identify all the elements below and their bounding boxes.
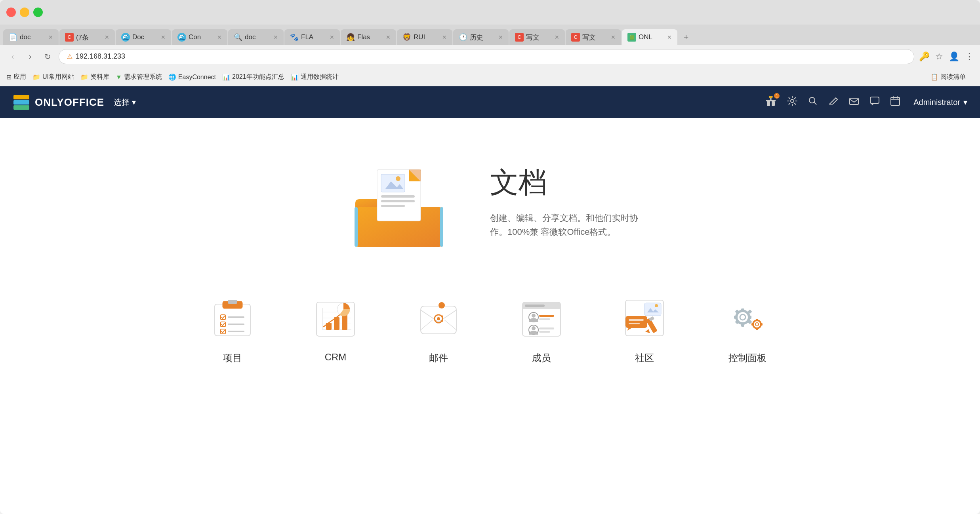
tab-close-icon[interactable]: ✕: [386, 34, 391, 40]
tab-close-icon[interactable]: ✕: [273, 34, 278, 40]
svg-rect-78: [751, 323, 753, 326]
settings-icon[interactable]: [787, 95, 798, 109]
control-icon: [722, 292, 773, 344]
tab-label: 写文: [526, 33, 552, 42]
bookmark-apps[interactable]: ⊞ 应用: [6, 73, 26, 81]
tab-label: Con: [189, 33, 215, 41]
tab-close-icon[interactable]: ✕: [48, 34, 53, 40]
tab-favicon: 🐾: [290, 33, 299, 42]
tab-close-icon[interactable]: ✕: [555, 34, 559, 40]
tab-close-icon[interactable]: ✕: [611, 34, 616, 40]
svg-rect-24: [228, 300, 237, 304]
tab-con[interactable]: 🌊 Con ✕: [172, 29, 227, 45]
menu-icon[interactable]: ⋮: [965, 51, 974, 62]
tab-close-icon[interactable]: ✕: [105, 34, 109, 40]
chat-icon[interactable]: [869, 95, 880, 109]
select-label: 选择: [114, 97, 130, 108]
svg-rect-5: [772, 101, 775, 106]
tab-fla[interactable]: 🐾 FLA ✕: [284, 29, 340, 45]
svg-rect-49: [539, 315, 554, 317]
globe-icon: 🌐: [168, 73, 176, 81]
tab-close-icon[interactable]: ✕: [330, 34, 334, 40]
svg-point-18: [396, 176, 400, 181]
feature-item-members[interactable]: 成员: [502, 292, 581, 364]
gift-icon[interactable]: 1: [765, 95, 777, 110]
bookmark-resources[interactable]: 📁 资料库: [80, 73, 109, 81]
bookmark-reading-list[interactable]: 📋 阅读清单: [930, 73, 974, 81]
svg-point-42: [437, 317, 440, 320]
tab-close-icon[interactable]: ✕: [442, 34, 447, 40]
tab-favicon: 👧: [346, 33, 355, 42]
tab-close-icon[interactable]: ✕: [161, 34, 166, 40]
bookmark-data-stats[interactable]: 📊 通用数据统计: [291, 73, 339, 81]
profile-icon[interactable]: 👤: [949, 51, 959, 62]
tab-close-icon[interactable]: ✕: [217, 34, 222, 40]
spreadsheet-icon: 📊: [291, 73, 299, 81]
tab-label: Doc: [132, 33, 158, 41]
browser-frame: 📄 doc ✕ C (7条 ✕ 🌊 Doc ✕ 🌊 Con ✕ 🔍 doc ✕ …: [0, 0, 980, 514]
logo-text: ONLYOFFICE: [35, 96, 104, 109]
feature-item-mail[interactable]: 邮件: [399, 292, 478, 364]
maximize-window-button[interactable]: [33, 8, 43, 17]
forward-button[interactable]: ›: [24, 50, 36, 63]
minimize-window-button[interactable]: [20, 8, 29, 17]
tab-flas[interactable]: 👧 Flas ✕: [341, 29, 396, 45]
tab-doc3[interactable]: 🔍 doc ✕: [228, 29, 284, 45]
svg-rect-68: [734, 316, 737, 319]
bookmark-2021-features[interactable]: 📊 2021年功能点汇总: [222, 73, 284, 81]
tab-doc1[interactable]: 📄 doc ✕: [3, 29, 59, 45]
logo[interactable]: ONLYOFFICE: [13, 93, 104, 111]
search-icon[interactable]: [807, 95, 818, 109]
bookmark-easyconnect[interactable]: 🌐 EasyConnect: [168, 73, 216, 81]
tab-onlyoffice[interactable]: 🟩 ONL ✕: [622, 29, 677, 45]
back-button[interactable]: ‹: [6, 50, 19, 63]
feature-item-control[interactable]: 控制面板: [708, 292, 787, 364]
tab-favicon: 🌊: [177, 33, 186, 42]
apps-grid-icon: ⊞: [6, 73, 11, 81]
mail-feature-icon: [413, 292, 464, 344]
tab-label: doc: [245, 33, 271, 41]
calendar-icon[interactable]: [890, 95, 901, 109]
new-tab-button[interactable]: +: [678, 29, 694, 45]
svg-rect-54: [539, 331, 550, 333]
tab-label: FLA: [301, 33, 327, 41]
tab-favicon: C: [65, 33, 74, 42]
tab-favicon: 🔍: [234, 33, 242, 42]
tab-7tiao[interactable]: C (7条 ✕: [59, 29, 115, 45]
mail-icon[interactable]: [848, 95, 860, 109]
feature-label-community: 社区: [635, 352, 654, 364]
bookmark-label: 2021年功能点汇总: [232, 73, 284, 81]
tab-rui[interactable]: 🦁 RUI ✕: [397, 29, 452, 45]
tab-write1[interactable]: C 写文 ✕: [509, 29, 565, 45]
user-profile-button[interactable]: Administrator ▾: [913, 97, 967, 107]
tab-doc2[interactable]: 🌊 Doc ✕: [116, 29, 171, 45]
svg-rect-50: [539, 318, 550, 320]
feature-item-crm[interactable]: CRM: [296, 292, 375, 364]
svg-rect-58: [625, 316, 647, 328]
close-window-button[interactable]: [6, 8, 16, 17]
tab-history[interactable]: 🕐 历史 ✕: [453, 29, 509, 45]
bookmark-requirements[interactable]: ▼ 需求管理系统: [116, 73, 162, 81]
address-input-container[interactable]: ⚠ 192.168.31.233: [59, 49, 914, 64]
bookmark-star-icon[interactable]: ☆: [935, 51, 943, 62]
reading-list-icon: 📋: [930, 73, 938, 81]
tab-close-icon[interactable]: ✕: [667, 34, 672, 40]
select-dropdown-button[interactable]: 选择 ▾: [114, 97, 136, 108]
tab-label: RUI: [414, 33, 440, 41]
reload-button[interactable]: ↻: [41, 50, 54, 63]
bookmark-label: EasyConnect: [178, 74, 216, 81]
svg-rect-0: [13, 95, 29, 99]
tab-favicon: 🟩: [627, 33, 636, 42]
tab-write2[interactable]: C 写文 ✕: [566, 29, 621, 45]
bookmark-ui-sites[interactable]: 📁 UI常用网站: [32, 73, 74, 81]
tab-label: 写文: [582, 33, 608, 42]
tab-label: ONL: [639, 33, 665, 41]
pen-icon[interactable]: [828, 95, 839, 109]
hero-illustration: [339, 142, 458, 261]
bookmark-label: 应用: [13, 73, 26, 81]
key-icon[interactable]: 🔑: [919, 51, 930, 62]
features-grid: 项目: [177, 292, 803, 364]
tab-close-icon[interactable]: ✕: [498, 34, 503, 40]
feature-item-community[interactable]: 社区: [605, 292, 684, 364]
feature-item-project[interactable]: 项目: [193, 292, 272, 364]
